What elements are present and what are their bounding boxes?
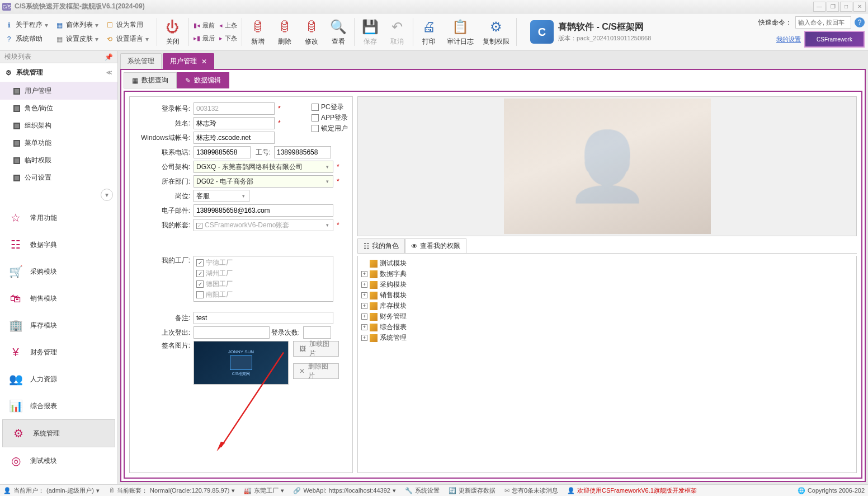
status-webapi[interactable]: 🔗WebApi:https://localhost:44392▾ (293, 487, 395, 494)
tab-view-perm[interactable]: 👁查看我的权限 (405, 238, 466, 253)
sidebar-big-2[interactable]: 🛒采购模块 (0, 258, 117, 285)
audit-button[interactable]: 📋审计日志 (442, 17, 478, 48)
factory-checkbox-1[interactable]: 湖州工厂 (195, 268, 332, 279)
subtab-edit[interactable]: ✎数据编辑 (177, 72, 229, 88)
sidebar-big-0[interactable]: ☆常用功能 (0, 204, 117, 231)
name-input[interactable] (194, 117, 275, 129)
expand-icon[interactable]: + (361, 271, 367, 277)
factory-checkbox-2[interactable]: 德国工厂 (195, 279, 332, 289)
window-list-button[interactable]: ▦窗体列表▾ (54, 19, 100, 31)
sidebar-big-8[interactable]: ⚙系统管理 (2, 419, 115, 447)
save-button[interactable]: 💾保存 (357, 17, 384, 48)
factories-list[interactable]: 宁德工厂湖州工厂德国工厂南阳工厂 (194, 256, 333, 302)
lastlogin-input[interactable] (194, 326, 270, 339)
sidebar-item-2[interactable]: 组织架构 (0, 117, 117, 134)
minimize-button[interactable]: — (813, 2, 825, 12)
maximize-button[interactable]: □ (840, 2, 852, 12)
prev-button[interactable]: ◂上条 (219, 21, 237, 30)
delete-image-button[interactable]: ✕删除图片 (293, 363, 339, 379)
sidebar-item-4[interactable]: 临时权限 (0, 152, 117, 169)
about-button[interactable]: ℹ关于程序▾ (3, 19, 49, 31)
permission-tree[interactable]: 测试模块+数据字典+采购模块+销售模块+库存模块+财务管理+综合报表+系统管理 (357, 256, 857, 473)
language-button[interactable]: ⟲设置语言▾ (104, 33, 150, 45)
myacct-select[interactable]: ✓CSFrameworkV6-Demo账套▾ (194, 219, 333, 231)
workno-input[interactable] (274, 146, 331, 158)
sidebar-big-1[interactable]: ☷数据字典 (0, 231, 117, 258)
domain-input[interactable] (194, 132, 275, 144)
quick-cmd-input[interactable] (795, 16, 851, 29)
phone-input[interactable] (194, 146, 251, 158)
sidebar-item-0[interactable]: 用户管理 (0, 82, 117, 100)
delete-button[interactable]: 🛢删除 (271, 17, 298, 48)
expand-icon[interactable]: + (361, 303, 367, 309)
status-refresh[interactable]: 🔄更新缓存数据 (449, 486, 496, 495)
expand-icon[interactable]: + (361, 292, 367, 298)
sidebar-big-7[interactable]: 📊综合报表 (0, 392, 117, 419)
close-tab-icon[interactable]: ✕ (201, 58, 207, 65)
my-settings-link[interactable]: 我的设置 (776, 35, 801, 44)
tree-node-0[interactable]: 测试模块 (360, 258, 854, 269)
sidebar-big-6[interactable]: 👥人力资源 (0, 366, 117, 392)
logincount-input[interactable] (303, 326, 331, 339)
help-button[interactable]: ?系统帮助 (3, 33, 49, 45)
tab-system[interactable]: 系统管理 (120, 53, 162, 69)
close-button[interactable]: ✕ (853, 2, 866, 12)
tree-node-6[interactable]: +综合报表 (360, 322, 854, 333)
status-settings[interactable]: 🔧系统设置 (405, 486, 440, 495)
tree-node-7[interactable]: +系统管理 (360, 333, 854, 343)
copyperm-button[interactable]: ⚙复制权限 (478, 17, 514, 48)
tree-node-3[interactable]: +销售模块 (360, 290, 854, 301)
print-button[interactable]: 🖨打印 (416, 17, 442, 48)
tab-user[interactable]: 用户管理✕ (163, 53, 214, 69)
sidebar-item-1[interactable]: 角色/岗位 (0, 100, 117, 117)
org-select[interactable]: DGXQ - 东莞喜鹊网络科技有限公司▾ (194, 161, 333, 173)
expand-icon[interactable]: + (361, 313, 367, 320)
expand-icon[interactable]: + (361, 282, 367, 288)
sidebar-big-4[interactable]: 🏢库存模块 (0, 312, 117, 339)
load-image-button[interactable]: 🖼加载图片 (293, 341, 339, 357)
status-unread[interactable]: ✉您有0条未读消息 (504, 486, 558, 495)
factory-checkbox-3[interactable]: 南阳工厂 (195, 289, 332, 300)
subtab-query[interactable]: ▦数据查询 (124, 72, 177, 88)
tree-node-1[interactable]: +数据字典 (360, 269, 854, 279)
tree-node-2[interactable]: +采购模块 (360, 279, 854, 290)
view-button[interactable]: 🔍查看 (325, 17, 352, 48)
pin-icon[interactable]: 📌 (105, 53, 113, 61)
sidebar-big-9[interactable]: ◎测试模块 (0, 447, 117, 474)
expand-icon[interactable]: + (361, 324, 367, 330)
first-button[interactable]: ▮◂最前 (194, 21, 215, 30)
sidebar-big-3[interactable]: 🛍销售模块 (0, 285, 117, 312)
status-user[interactable]: 👤当前用户：(admin-超级用户)▾ (3, 486, 100, 495)
close-action-button[interactable]: ⏻关闭 (159, 17, 186, 48)
restore-button[interactable]: ❐ (827, 2, 839, 12)
sidebar-item-3[interactable]: 菜单功能 (0, 134, 117, 152)
tab-my-roles[interactable]: ☷我的角色 (357, 238, 405, 253)
pc-login-checkbox[interactable]: PC登录 (312, 102, 348, 112)
expand-icon[interactable]: + (361, 335, 367, 341)
sidebar-big-5[interactable]: ¥财务管理 (0, 339, 117, 366)
help-circle-icon[interactable]: ? (855, 17, 865, 27)
login-id-input[interactable] (194, 102, 275, 115)
expand-toggle-button[interactable]: ▾ (101, 189, 113, 201)
tree-node-4[interactable]: +库存模块 (360, 301, 854, 311)
last-button[interactable]: ▸▮最后 (194, 34, 215, 43)
cancel-button[interactable]: ↶取消 (384, 17, 411, 48)
sidebar-section-system[interactable]: ⚙ 系统管理 ≪ (0, 63, 117, 82)
email-input[interactable] (194, 204, 333, 217)
brand-title: 喜鹊软件 - C/S框架网 (558, 21, 651, 33)
tree-node-5[interactable]: +财务管理 (360, 311, 854, 322)
dept-select[interactable]: DG02 - 电子商务部▾ (194, 175, 333, 188)
next-button[interactable]: ▸下条 (219, 34, 237, 43)
lock-user-checkbox[interactable]: 锁定用户 (312, 124, 348, 133)
status-factory[interactable]: 🏭东莞工厂▾ (244, 486, 284, 495)
factory-checkbox-0[interactable]: 宁德工厂 (195, 258, 332, 268)
set-common-button[interactable]: ☐设为常用 (104, 19, 150, 31)
skin-button[interactable]: ▦设置皮肤▾ (54, 33, 100, 45)
modify-button[interactable]: 🛢修改 (298, 17, 325, 48)
app-login-checkbox[interactable]: APP登录 (312, 113, 348, 123)
add-button[interactable]: 🛢新增 (244, 17, 271, 48)
remark-input[interactable] (194, 312, 333, 324)
pos-select[interactable]: 客服▾ (194, 190, 249, 202)
sidebar-item-5[interactable]: 公司设置 (0, 169, 117, 186)
status-account[interactable]: 🛢当前账套：Normal(Oracle:120.79.85.97)▾ (108, 486, 235, 495)
